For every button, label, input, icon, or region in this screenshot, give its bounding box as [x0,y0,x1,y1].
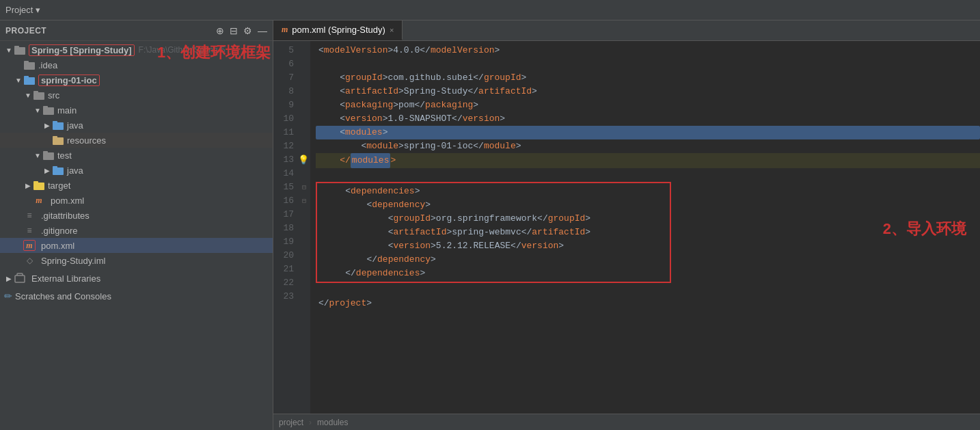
bracket-12c: </ [473,139,484,153]
gutter-17 [298,208,310,221]
gutter-15: ⊟ [298,180,310,194]
gutter-22 [298,276,310,290]
code-area[interactable]: <modelVersion>4.0.0</modelVersion> <grou… [310,41,980,414]
code-line-5: <modelVersion>4.0.0</modelVersion> [316,44,980,57]
folder-icon-idea [23,59,36,70]
tag-8b: artifactId [478,85,532,98]
tag-12b: module [484,139,516,153]
tree-item-test[interactable]: ▼ test [0,148,273,163]
bracket-23b: > [366,297,372,310]
folder-icon-test [42,150,55,161]
pom-root-icon: m [23,240,36,251]
tree-item-src[interactable]: ▼ src [0,88,273,103]
tree-item-java2[interactable]: ▶ java [0,163,273,178]
title-dropdown-icon[interactable]: ▾ [36,5,40,15]
svg-rect-11 [53,121,57,123]
external-libraries-icon [14,273,26,284]
arrow-java2: ▶ [42,167,52,174]
indent-8 [318,85,340,98]
bracket-18c: </ [521,226,532,239]
tree-item-scratches[interactable]: ✏ Scratches and Consoles [0,288,273,304]
tree-item-main[interactable]: ▼ main [0,103,273,118]
bracket-9b: > [393,98,398,112]
bracket-16b: > [425,198,431,212]
tree-label-java1: java [67,120,83,131]
svg-rect-10 [53,122,64,130]
gutter: 💡 ⊟ ⊟ [298,41,310,414]
bracket-8a: < [340,85,345,98]
bracket-12d: > [516,139,521,153]
tree-item-resources[interactable]: resources [0,133,273,148]
bracket-5c: </ [420,44,431,57]
svg-rect-17 [53,166,57,168]
gutter-7 [298,71,310,85]
tree-item-pom-module[interactable]: m pom.xml [0,193,273,208]
tree-label-test: test [57,150,72,161]
gutter-9 [298,98,310,112]
fold-icon-16[interactable]: ⊟ [302,197,306,205]
code-line-18: <artifactId>spring-webmvc</artifactId> [321,226,666,239]
add-content-icon[interactable]: ⊕ [216,25,224,36]
code-line-19: <version>5.2.12.RELEASE</version> [321,239,666,253]
gutter-10 [298,112,310,126]
arrow-java1: ▶ [42,122,52,129]
gitignore-icon: ≡ [23,225,36,236]
bracket-12a: < [361,139,366,153]
text-17: org.springframework [436,212,537,226]
folder-icon-main [42,105,55,116]
svg-rect-19 [33,181,38,183]
tree-item-java1[interactable]: ▶ java [0,118,273,133]
tab-close-button[interactable]: × [390,26,394,34]
editor-content: 5 6 7 8 9 10 11 12 13 14 15 16 17 18 19 … [273,41,980,414]
tag-17: groupId [393,212,431,226]
hide-sidebar-icon[interactable]: — [258,25,267,36]
tab-pom-xml[interactable]: m pom.xml (Spring-Study) × [273,21,403,40]
tree-item-root[interactable]: ▼ Spring-5 [Spring-Study] F:\Java\Github… [0,42,273,57]
svg-rect-5 [24,76,29,78]
indent-11 [318,126,340,139]
gutter-11 [298,126,310,139]
code-line-8: <artifactId>Spring-Study</artifactId> [316,85,980,98]
sidebar-header-icons: ⊕ ⊟ ⚙ — [216,25,267,36]
tag-15: dependencies [351,185,415,198]
tag-18b: artifactId [532,226,585,239]
svg-rect-4 [24,77,35,85]
tree-item-gitignore[interactable]: ≡ .gitignore [0,223,273,238]
fold-icon-15[interactable]: ⊟ [302,183,306,191]
tree-label-idea: .idea [38,60,57,70]
settings-icon[interactable]: ⚙ [243,25,252,36]
bracket-9c: </ [414,98,425,112]
collapse-all-icon[interactable]: ⊟ [230,25,238,36]
tag-21: dependencies [356,267,420,280]
svg-rect-1 [14,46,19,48]
indent-15 [324,185,345,198]
tree-item-target[interactable]: ▶ target [0,178,273,193]
bracket-17b: > [431,212,436,226]
bracket-18a: < [388,226,394,239]
text-18: spring-webmvc [452,226,521,239]
tree-item-external-libraries[interactable]: ▶ External Libraries [0,271,273,286]
tree-item-gitattributes[interactable]: ≡ .gitattributes [0,208,273,223]
tree-item-idea[interactable]: .idea [0,57,273,72]
text-19: 5.2.12.RELEASE [436,239,511,253]
indent-21 [324,267,345,280]
gutter-16: ⊟ [298,194,310,208]
arrow-target: ▶ [23,182,33,189]
folder-icon-java2 [52,165,64,176]
bracket-9a: < [340,98,345,112]
arrow-external-libraries: ▶ [4,275,14,282]
bracket-19a: < [388,239,394,253]
gutter-13: 💡 [298,153,310,167]
bracket-7d: > [521,71,527,85]
code-line-9: <packaging>pom</packaging> [316,98,980,112]
svg-rect-20 [15,276,25,282]
folder-icon-root [14,44,26,55]
arrow-spring-01-ioc: ▼ [14,77,23,84]
bracket-10b: > [383,112,388,126]
tag-9b: packaging [425,98,473,112]
tree-item-pom-root[interactable]: m pom.xml [0,238,273,253]
tree-item-spring-01-ioc[interactable]: ▼ spring-01-ioc [0,72,273,88]
tag-10b: version [463,112,500,126]
tree-item-iml[interactable]: ◇ Spring-Study.iml [0,253,273,268]
bulb-icon[interactable]: 💡 [298,154,309,165]
